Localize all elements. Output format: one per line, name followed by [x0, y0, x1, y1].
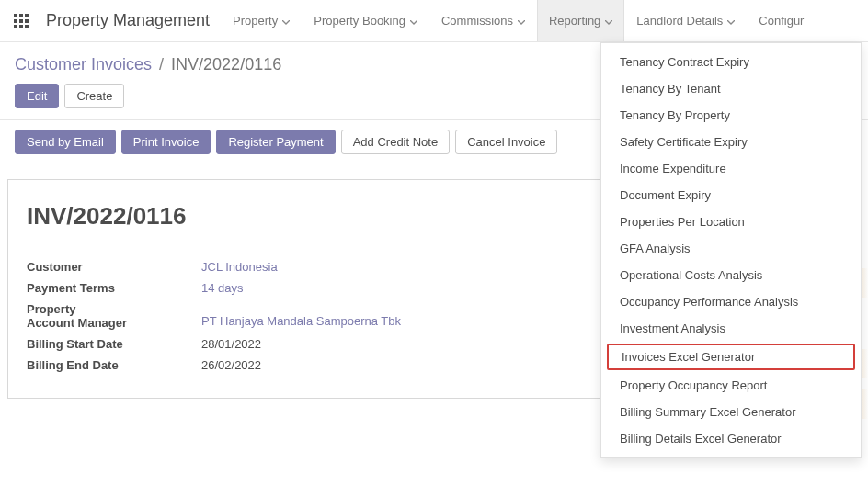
- svg-rect-8: [25, 25, 29, 28]
- dropdown-item[interactable]: Billing Details Excel Generator: [601, 425, 861, 452]
- nav-label: Property Booking: [314, 14, 405, 28]
- dropdown-item[interactable]: Income Expenditure: [601, 155, 861, 182]
- svg-rect-3: [14, 19, 17, 23]
- cancel-invoice-button[interactable]: Cancel Invoice: [455, 130, 557, 154]
- dropdown-item[interactable]: Operational Costs Analysis: [601, 262, 861, 288]
- print-invoice-button[interactable]: Print Invoice: [121, 130, 211, 154]
- nav-items: Property Property Booking Commissions Re…: [221, 0, 816, 41]
- svg-rect-2: [25, 14, 29, 17]
- nav-item-configuration[interactable]: Configur: [747, 0, 816, 41]
- chevron-down-icon: [282, 14, 290, 28]
- field-group: Customer JCL Indonesia Payment Terms 14 …: [27, 256, 401, 376]
- chevron-down-icon: [727, 14, 735, 28]
- customer-value[interactable]: JCL Indonesia: [201, 256, 401, 277]
- dropdown-item[interactable]: Tenancy By Tenant: [601, 75, 861, 102]
- payment-terms-label: Payment Terms: [27, 277, 201, 299]
- svg-rect-4: [19, 19, 23, 23]
- dropdown-item[interactable]: GFA Analysis: [601, 235, 861, 262]
- dropdown-item[interactable]: Occupancy Performance Analysis: [601, 288, 861, 315]
- nav-item-property-booking[interactable]: Property Booking: [302, 0, 429, 41]
- billing-end-date-value: 26/02/2022: [201, 355, 401, 376]
- nav-item-property[interactable]: Property: [221, 0, 302, 41]
- payment-terms-value[interactable]: 14 days: [201, 277, 401, 299]
- chevron-down-icon: [518, 14, 525, 28]
- nav-label: Commissions: [441, 14, 513, 28]
- send-by-email-button[interactable]: Send by Email: [15, 130, 116, 154]
- top-navbar: Property Management Property Property Bo…: [0, 0, 868, 42]
- dropdown-item[interactable]: Properties Per Location: [601, 209, 861, 235]
- property-account-manager-value[interactable]: PT Hanjaya Mandala Sampoerna Tbk: [201, 299, 401, 333]
- breadcrumb-separator: /: [159, 55, 164, 74]
- dropdown-item[interactable]: Invoices Excel Generator: [607, 344, 855, 370]
- dropdown-item[interactable]: Tenancy By Property: [601, 102, 861, 129]
- create-button[interactable]: Create: [64, 84, 124, 108]
- chevron-down-icon: [605, 14, 612, 28]
- nav-item-landlord-details[interactable]: Landlord Details: [624, 0, 747, 41]
- nav-label: Landlord Details: [636, 14, 723, 28]
- register-payment-button[interactable]: Register Payment: [216, 130, 335, 154]
- dropdown-item[interactable]: Safety Certificate Expiry: [601, 129, 861, 155]
- billing-start-date-value: 28/01/2022: [201, 333, 401, 355]
- apps-icon[interactable]: [0, 0, 42, 41]
- property-am-label-line1: Property: [27, 302, 75, 316]
- nav-item-commissions[interactable]: Commissions: [429, 0, 537, 41]
- nav-label: Configur: [759, 14, 804, 28]
- app-brand[interactable]: Property Management: [42, 11, 221, 30]
- dropdown-item[interactable]: Document Expiry: [601, 182, 861, 209]
- svg-rect-1: [19, 14, 23, 17]
- property-am-label-line2: Account Manager: [27, 316, 127, 330]
- svg-rect-0: [14, 14, 17, 17]
- svg-rect-7: [19, 25, 23, 28]
- nav-item-reporting[interactable]: Reporting: [537, 0, 624, 41]
- property-account-manager-label: Property Account Manager: [27, 299, 201, 333]
- svg-rect-5: [25, 19, 29, 23]
- dropdown-item[interactable]: Billing Summary Excel Generator: [601, 399, 861, 425]
- breadcrumb-root[interactable]: Customer Invoices: [15, 55, 152, 74]
- chevron-down-icon: [410, 14, 417, 28]
- dropdown-item[interactable]: Investment Analysis: [601, 315, 861, 342]
- dropdown-item[interactable]: Tenancy Contract Expiry: [601, 49, 861, 75]
- reporting-dropdown: Tenancy Contract ExpiryTenancy By Tenant…: [600, 42, 862, 458]
- billing-end-date-label: Billing End Date: [27, 355, 201, 376]
- customer-label: Customer: [27, 256, 201, 277]
- billing-start-date-label: Billing Start Date: [27, 333, 201, 355]
- nav-label: Property: [233, 14, 278, 28]
- nav-label: Reporting: [549, 14, 600, 28]
- breadcrumb-current: INV/2022/0116: [171, 55, 281, 74]
- add-credit-note-button[interactable]: Add Credit Note: [341, 130, 451, 154]
- svg-rect-6: [14, 25, 17, 28]
- edit-button[interactable]: Edit: [15, 84, 59, 108]
- dropdown-item[interactable]: Property Occupancy Report: [601, 372, 861, 399]
